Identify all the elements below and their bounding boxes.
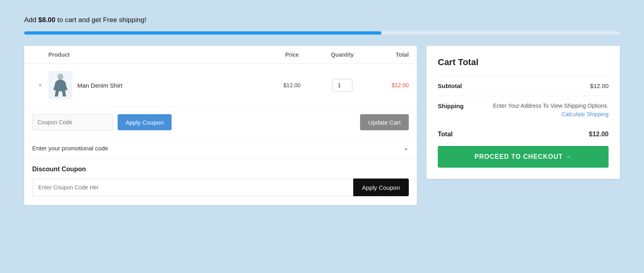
cart-item-row: × Man Denim Shirt $12.00 <box>24 64 417 107</box>
svg-point-0 <box>58 74 63 80</box>
discount-apply-button[interactable]: Apply Coupon <box>353 179 409 196</box>
subtotal-label: Subtotal <box>438 82 462 89</box>
promo-accordion-label: Enter your promotional code <box>32 145 108 152</box>
product-price: $12.00 <box>268 82 316 88</box>
calculate-shipping-link[interactable]: Calculate Shipping <box>561 111 609 117</box>
remove-item-button[interactable]: × <box>32 82 48 89</box>
cart-table-panel: Product Price Quantity Total × <box>24 46 417 205</box>
product-image <box>48 71 72 99</box>
col-price-header: Price <box>268 51 316 58</box>
shipping-row: Shipping Enter Your Address To View Ship… <box>438 96 609 124</box>
apply-coupon-button[interactable]: Apply Coupon <box>118 114 172 130</box>
progress-bar-fill <box>24 31 381 35</box>
subtotal-value: $12.00 <box>590 82 609 89</box>
cart-table-header: Product Price Quantity Total <box>24 46 417 64</box>
total-value: $12.00 <box>589 131 609 138</box>
chevron-down-icon: ⌄ <box>404 144 409 152</box>
promo-accordion[interactable]: Enter your promotional code ⌄ <box>24 138 417 158</box>
discount-coupon-section: Discount Coupon Apply Coupon <box>24 158 417 205</box>
discount-coupon-input[interactable] <box>32 179 353 196</box>
product-name: Man Denim Shirt <box>77 82 122 89</box>
shipping-label: Shipping <box>438 103 464 109</box>
shipping-threshold-amount: $8.00 <box>38 16 56 24</box>
cart-total-title: Cart Total <box>438 57 609 68</box>
total-label: Total <box>438 131 453 138</box>
col-total-header: Total <box>369 51 409 58</box>
total-row: Total $12.00 <box>438 124 609 146</box>
cart-total-panel: Cart Total Subtotal $12.00 Shipping Ente… <box>427 46 620 179</box>
promo-accordion-header[interactable]: Enter your promotional code ⌄ <box>32 144 409 152</box>
product-total: $12.00 <box>369 82 409 88</box>
subtotal-row: Subtotal $12.00 <box>438 76 609 96</box>
quantity-input[interactable] <box>332 79 352 92</box>
free-shipping-banner: Add $8.00 to cart and get Free shipping! <box>24 16 620 24</box>
shipping-info: Enter Your Address To View Shipping Opti… <box>493 103 609 118</box>
update-cart-button[interactable]: Update Cart <box>360 114 409 130</box>
col-qty-header: Quantity <box>316 51 369 58</box>
proceed-to-checkout-button[interactable]: PROCEED TO CHECKOUT → <box>438 146 609 168</box>
col-product-header: Product <box>48 51 268 58</box>
product-info: Man Denim Shirt <box>48 71 268 99</box>
coupon-code-input[interactable] <box>32 114 113 130</box>
banner-suffix: to cart and get Free shipping! <box>56 16 147 24</box>
discount-coupon-title: Discount Coupon <box>32 166 409 173</box>
coupon-row: Apply Coupon Update Cart <box>24 107 417 138</box>
progress-bar-container <box>24 31 620 35</box>
shipping-address-text: Enter Your Address To View Shipping Opti… <box>493 103 609 109</box>
discount-coupon-row: Apply Coupon <box>32 179 409 196</box>
